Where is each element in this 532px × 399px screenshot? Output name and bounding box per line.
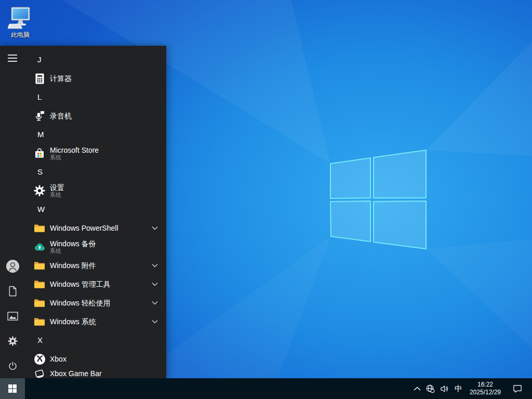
- taskbar-clock[interactable]: 16:22 2025/12/29: [466, 381, 505, 396]
- app-item-settings[interactable]: 设置 系统: [25, 181, 166, 200]
- app-label: Microsoft Store: [50, 146, 99, 154]
- clock-date: 2025/12/29: [470, 389, 501, 396]
- action-center-icon: [513, 384, 522, 393]
- power-icon: [8, 361, 18, 371]
- speaker-icon: [440, 384, 449, 393]
- microphone-icon: [34, 110, 45, 122]
- store-icon: [34, 148, 45, 159]
- app-item-xbox-game-bar[interactable]: Xbox Game Bar: [25, 364, 166, 378]
- pictures-button[interactable]: [0, 303, 25, 328]
- app-label: Windows PowerShell: [50, 224, 118, 232]
- chevron-down-icon: [152, 264, 158, 268]
- app-sublabel: 系统: [50, 192, 64, 198]
- rail-spacer: [0, 71, 25, 254]
- gear-icon: [8, 336, 18, 346]
- cloud-backup-icon: [34, 242, 46, 252]
- documents-button[interactable]: [0, 278, 25, 303]
- app-item-microsoft-store[interactable]: Microsoft Store 系统: [25, 144, 166, 163]
- chevron-up-icon: [414, 387, 421, 391]
- app-item-voice-recorder[interactable]: 录音机: [25, 107, 166, 125]
- section-letter-m[interactable]: M: [25, 125, 166, 144]
- folder-item-windows-powershell[interactable]: Windows PowerShell: [25, 219, 166, 237]
- chevron-down-icon: [152, 301, 158, 305]
- app-sublabel: 系统: [50, 248, 96, 255]
- calculator-icon: [35, 73, 45, 84]
- folder-item-windows-accessories[interactable]: Windows 附件: [25, 256, 166, 275]
- section-letter-l[interactable]: L: [25, 88, 166, 107]
- app-label: Xbox Game Bar: [50, 369, 102, 378]
- chevron-down-icon: [152, 283, 158, 286]
- ime-indicator[interactable]: 中: [451, 378, 466, 399]
- chevron-down-icon: [152, 320, 158, 324]
- windows-logo-icon: [8, 384, 17, 393]
- folder-item-windows-admin-tools[interactable]: Windows 管理工具: [25, 275, 166, 294]
- start-menu-app-list: J 计算器 L: [25, 46, 166, 378]
- globe-no-internet-icon: [426, 384, 435, 393]
- network-status-button[interactable]: [423, 378, 437, 399]
- document-icon: [8, 286, 18, 297]
- power-button[interactable]: [0, 353, 25, 378]
- start-menu-rail: [0, 46, 25, 378]
- xbox-gamebar-icon: [34, 368, 45, 378]
- start-button[interactable]: [0, 378, 25, 399]
- folder-icon: [34, 261, 45, 270]
- app-item-calculator[interactable]: 计算器: [25, 69, 166, 88]
- computer-icon: [8, 6, 33, 30]
- app-label: Windows 系统: [50, 317, 96, 326]
- this-pc-label: 此电脑: [11, 31, 30, 39]
- desktop-icon-this-pc[interactable]: 此电脑: [4, 6, 36, 39]
- xbox-icon: [34, 353, 46, 365]
- app-label: Windows 轻松使用: [50, 299, 111, 307]
- user-icon: [6, 259, 20, 273]
- section-letter-s[interactable]: S: [25, 163, 166, 181]
- section-letter-w[interactable]: W: [25, 200, 166, 219]
- folder-icon: [34, 298, 45, 308]
- volume-button[interactable]: [437, 378, 451, 399]
- app-label: 录音机: [50, 112, 72, 120]
- taskbar: 中 16:22 2025/12/29: [0, 378, 532, 399]
- action-center-button[interactable]: [510, 378, 525, 399]
- expand-menu-button[interactable]: [0, 46, 25, 71]
- app-label: 计算器: [50, 74, 72, 83]
- show-hidden-icons-button[interactable]: [411, 378, 423, 399]
- settings-button[interactable]: [0, 328, 25, 353]
- app-sublabel: 系统: [50, 154, 99, 161]
- section-letter-j[interactable]: J: [25, 50, 166, 69]
- folder-icon: [34, 280, 45, 289]
- app-label: Windows 附件: [50, 261, 96, 270]
- folder-item-windows-ease-of-access[interactable]: Windows 轻松使用: [25, 294, 166, 312]
- pictures-icon: [7, 312, 18, 321]
- clock-time: 16:22: [477, 381, 493, 389]
- app-label: 设置: [50, 183, 64, 192]
- hamburger-icon: [8, 55, 17, 62]
- app-item-windows-backup[interactable]: Windows 备份 系统: [25, 237, 166, 256]
- chevron-down-icon: [152, 227, 158, 230]
- app-label: Xbox: [50, 355, 66, 363]
- start-menu: J 计算器 L: [0, 46, 166, 378]
- section-letter-x[interactable]: X: [25, 331, 166, 350]
- app-label: Windows 备份: [50, 240, 96, 248]
- user-account-button[interactable]: [0, 254, 25, 278]
- system-tray: 中 16:22 2025/12/29: [411, 378, 532, 399]
- folder-item-windows-system[interactable]: Windows 系统: [25, 312, 166, 331]
- folder-icon: [34, 223, 45, 233]
- gear-icon: [34, 185, 45, 196]
- app-label: Windows 管理工具: [50, 280, 111, 288]
- folder-icon: [34, 317, 45, 326]
